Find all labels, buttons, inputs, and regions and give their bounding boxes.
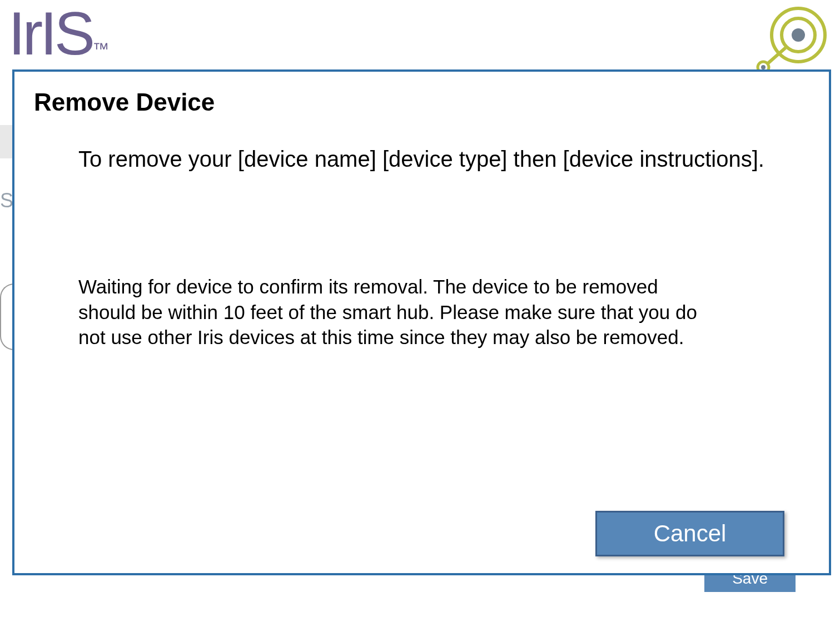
waiting-text: Waiting for device to confirm its remova…	[78, 274, 718, 350]
instruction-text: To remove your [device name] [device typ…	[78, 144, 801, 174]
brand-logo: IrIS™	[8, 3, 106, 64]
modal-body: To remove your [device name] [device typ…	[31, 144, 812, 511]
cancel-button[interactable]: Cancel	[595, 511, 784, 556]
svg-point-2	[792, 28, 805, 42]
brand-name: IrIS	[8, 0, 92, 67]
modal-footer: Cancel	[31, 511, 812, 559]
background-letter: S	[0, 189, 13, 212]
remove-device-modal: Remove Device To remove your [device nam…	[12, 69, 831, 575]
brand-tm: ™	[92, 39, 106, 58]
modal-title: Remove Device	[31, 88, 812, 116]
svg-point-5	[761, 65, 766, 69]
